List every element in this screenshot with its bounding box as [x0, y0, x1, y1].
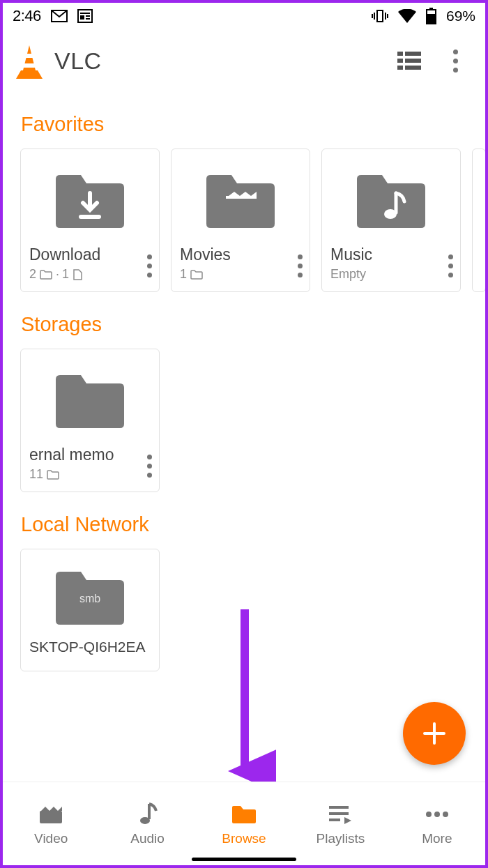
- svg-point-36: [443, 812, 448, 817]
- favorites-title: Favorites: [3, 92, 485, 149]
- status-battery-pct: 69%: [446, 8, 475, 24]
- app-bar: VLC: [3, 29, 485, 92]
- svg-point-25: [384, 209, 397, 219]
- svg-rect-19: [405, 59, 421, 63]
- card-menu-button[interactable]: [147, 254, 152, 277]
- smb-folder-icon: smb: [52, 565, 128, 630]
- favorite-card-music[interactable]: Music Empty: [321, 149, 461, 292]
- svg-rect-16: [397, 52, 403, 56]
- nav-video[interactable]: Video: [3, 782, 99, 865]
- audio-icon: [138, 802, 158, 827]
- nav-label: More: [422, 831, 452, 846]
- favorites-section: Favorites Download 2 · 1: [3, 92, 485, 292]
- svg-rect-15: [23, 63, 36, 68]
- folder-small-icon: [47, 470, 59, 480]
- card-title: Download: [29, 245, 151, 264]
- video-icon: [38, 802, 63, 827]
- svg-rect-21: [405, 66, 421, 70]
- nav-browse[interactable]: Browse: [196, 782, 292, 865]
- network-card-smb[interactable]: smb SKTOP-QI6H2EA: [20, 549, 160, 671]
- storages-title: Storages: [3, 292, 485, 349]
- svg-rect-20: [397, 66, 403, 70]
- nav-audio[interactable]: Audio: [99, 782, 195, 865]
- nav-playlists[interactable]: Playlists: [292, 782, 388, 865]
- nav-more[interactable]: More: [389, 782, 485, 865]
- gmail-icon: [51, 10, 68, 22]
- nav-label: Audio: [130, 831, 165, 846]
- svg-rect-17: [405, 52, 421, 56]
- svg-rect-3: [80, 15, 84, 20]
- status-bar: 2:46: [3, 3, 485, 29]
- newspaper-icon: [77, 9, 93, 23]
- card-subtitle: Empty: [330, 267, 452, 282]
- card-title: ernal memo: [29, 446, 151, 464]
- svg-point-35: [434, 812, 440, 817]
- local-network-title: Local Network: [3, 492, 485, 549]
- card-menu-button[interactable]: [147, 455, 152, 478]
- card-subtitle: 1: [180, 267, 301, 282]
- home-indicator[interactable]: [192, 858, 296, 861]
- folder-small-icon: [40, 270, 52, 280]
- favorite-card-overflow[interactable]: [472, 149, 485, 292]
- card-title: SKTOP-QI6H2EA: [29, 639, 151, 655]
- svg-point-30: [140, 817, 150, 824]
- svg-point-34: [426, 812, 432, 817]
- bottom-nav: Video Audio Browse Playlis: [3, 782, 485, 865]
- folder-small-icon: [190, 270, 203, 280]
- view-list-button[interactable]: [390, 42, 428, 79]
- storage-card-internal[interactable]: ernal memo 11: [20, 349, 160, 492]
- music-folder-icon: [353, 168, 429, 234]
- app-title: VLC: [54, 47, 390, 75]
- smb-proto-label: smb: [79, 593, 100, 605]
- storages-section: Storages ernal memo 11: [3, 292, 485, 492]
- card-subtitle: 2 · 1: [29, 267, 151, 282]
- card-title: Music: [330, 245, 452, 264]
- svg-rect-18: [397, 59, 403, 63]
- card-title: Movies: [180, 245, 301, 264]
- card-subtitle: 11: [29, 467, 151, 482]
- battery-icon: [426, 8, 436, 24]
- nav-label: Browse: [222, 831, 266, 846]
- browse-folder-icon: [231, 802, 257, 827]
- local-network-section: Local Network smb SKTOP-QI6H2EA: [3, 492, 485, 671]
- vlc-logo-icon: [14, 43, 45, 79]
- wifi-icon: [398, 9, 416, 23]
- favorite-card-movies[interactable]: Movies 1: [171, 149, 310, 292]
- svg-rect-24: [226, 196, 257, 199]
- svg-rect-6: [377, 10, 383, 22]
- fab-add-button[interactable]: [403, 702, 466, 765]
- svg-rect-29: [40, 811, 62, 823]
- playlists-icon: [328, 802, 353, 827]
- svg-rect-14: [24, 54, 34, 58]
- more-options-button[interactable]: [436, 42, 474, 79]
- download-folder-icon: [52, 168, 128, 234]
- svg-rect-13: [427, 14, 436, 24]
- nav-label: Playlists: [317, 831, 365, 846]
- movies-folder-icon: [202, 168, 279, 234]
- favorite-card-download[interactable]: Download 2 · 1: [20, 149, 160, 292]
- more-icon: [425, 802, 450, 827]
- status-clock: 2:46: [13, 7, 41, 25]
- svg-rect-23: [226, 196, 257, 220]
- folder-icon: [52, 368, 128, 434]
- nav-label: Video: [34, 831, 68, 846]
- card-menu-button[interactable]: [448, 254, 453, 277]
- file-small-icon: [73, 269, 82, 280]
- card-menu-button[interactable]: [298, 254, 303, 277]
- vibrate-icon: [372, 9, 388, 23]
